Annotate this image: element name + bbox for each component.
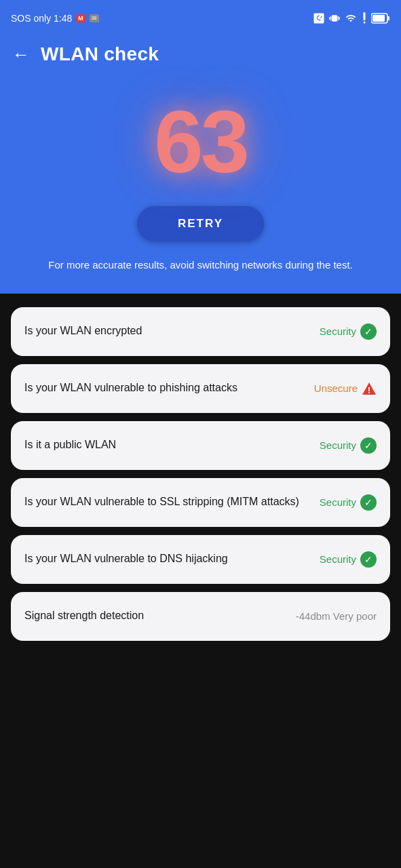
security-check-icon: ✓ — [360, 437, 377, 454]
security-check-icon: ✓ — [360, 323, 377, 340]
check-status: Unsecure ! — [314, 382, 377, 395]
back-button[interactable]: ← — [12, 45, 30, 63]
check-status: Security✓ — [320, 323, 377, 340]
svg-rect-4 — [387, 16, 389, 20]
check-label: Is your WLAN encrypted — [24, 323, 313, 338]
header: ← WLAN check — [0, 34, 401, 77]
check-label: Is your WLAN vulnerable to DNS hijacking — [24, 551, 313, 566]
retry-button[interactable]: RETRY — [137, 206, 264, 241]
status-text: SOS only 1:48 — [11, 13, 72, 24]
check-label: Is it a public WLAN — [24, 437, 313, 452]
status-text: Security — [320, 496, 356, 508]
warning-icon: ! — [362, 382, 377, 395]
svg-rect-0 — [364, 12, 366, 20]
status-icon-messages: M — [76, 14, 85, 22]
status-text: Security — [320, 326, 356, 337]
security-check-icon: ✓ — [360, 551, 377, 568]
check-card[interactable]: Is your WLAN encryptedSecurity✓ — [11, 307, 390, 356]
check-card[interactable]: Signal strength detection-44dbm Very poo… — [11, 592, 390, 641]
status-text: Security — [320, 553, 356, 565]
check-label: Is your WLAN vulnerable to SSL stripping… — [24, 494, 313, 509]
page-title: WLAN check — [41, 43, 159, 65]
check-status: Security✓ — [320, 437, 377, 454]
check-card[interactable]: Is your WLAN vulnerable to phishing atta… — [11, 364, 390, 413]
hint-text: For more accurate results, avoid switchi… — [48, 258, 353, 273]
check-label: Signal strength detection — [24, 608, 289, 623]
wifi-icon — [344, 13, 358, 24]
status-icon-email: ✉ — [90, 14, 99, 22]
check-status: -44dbm Very poor — [296, 610, 377, 622]
svg-rect-3 — [373, 15, 385, 22]
status-right — [313, 12, 390, 24]
check-card[interactable]: Is it a public WLANSecurity✓ — [11, 421, 390, 470]
status-text: Security — [320, 439, 356, 451]
check-card[interactable]: Is your WLAN vulnerable to SSL stripping… — [11, 478, 390, 527]
status-left: SOS only 1:48 M ✉ — [11, 13, 99, 24]
check-status: Security✓ — [320, 494, 377, 511]
check-card[interactable]: Is your WLAN vulnerable to DNS hijacking… — [11, 535, 390, 584]
check-status: Security✓ — [320, 551, 377, 568]
security-check-icon: ✓ — [360, 494, 377, 511]
score-display: 63 — [154, 98, 247, 186]
hero-section: 63 RETRY For more accurate results, avoi… — [0, 77, 401, 294]
status-bar: SOS only 1:48 M ✉ — [0, 0, 401, 34]
nfc-icon — [313, 12, 325, 24]
vibrate-icon — [329, 12, 340, 24]
svg-rect-1 — [364, 22, 366, 24]
status-text: -44dbm Very poor — [296, 610, 377, 622]
svg-text:!: ! — [368, 385, 370, 395]
checks-section: Is your WLAN encryptedSecurity✓Is your W… — [0, 294, 401, 654]
status-text: Unsecure — [314, 382, 358, 394]
check-label: Is your WLAN vulnerable to phishing atta… — [24, 380, 307, 395]
alert-icon — [362, 12, 367, 24]
battery-icon — [371, 13, 390, 24]
